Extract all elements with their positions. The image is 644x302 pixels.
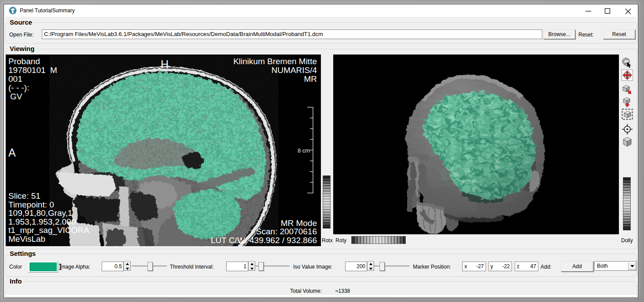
svg-text:Timepoint: 0: Timepoint: 0 bbox=[8, 200, 54, 209]
svg-text:NUMARIS/4: NUMARIS/4 bbox=[272, 65, 317, 75]
svg-text:t1_mpr_sag_VICORA: t1_mpr_sag_VICORA bbox=[8, 226, 89, 235]
svg-text:Proband: Proband bbox=[8, 57, 40, 66]
svg-text:H: H bbox=[161, 58, 169, 70]
svg-text:109,91,80,Gray,1: 109,91,80,Gray,1 bbox=[8, 208, 72, 218]
svg-text:MR: MR bbox=[304, 74, 317, 84]
svg-text:1.953,1.953,2.000: 1.953,1.953,2.000 bbox=[8, 217, 76, 226]
svg-text:MeVisLab: MeVisLab bbox=[8, 234, 45, 244]
svg-text:8 cm: 8 cm bbox=[298, 147, 310, 154]
svg-text:GV: GV bbox=[10, 92, 22, 101]
svg-text:19780101 M: 19780101 M bbox=[8, 65, 57, 75]
svg-text:Scan: 20070616: Scan: 20070616 bbox=[256, 227, 317, 236]
svg-text:Slice: 51: Slice: 51 bbox=[8, 191, 40, 200]
svg-text:(- - -):: (- - -): bbox=[8, 83, 29, 92]
svg-text:A: A bbox=[8, 146, 16, 159]
svg-text:001: 001 bbox=[8, 74, 22, 84]
svg-text:MR Mode: MR Mode bbox=[281, 218, 317, 228]
svg-text:Klinikum Bremen Mitte: Klinikum Bremen Mitte bbox=[233, 57, 317, 66]
svg-text:LUT C/W: 439.962 / 932.866: LUT C/W: 439.962 / 932.866 bbox=[211, 236, 317, 245]
